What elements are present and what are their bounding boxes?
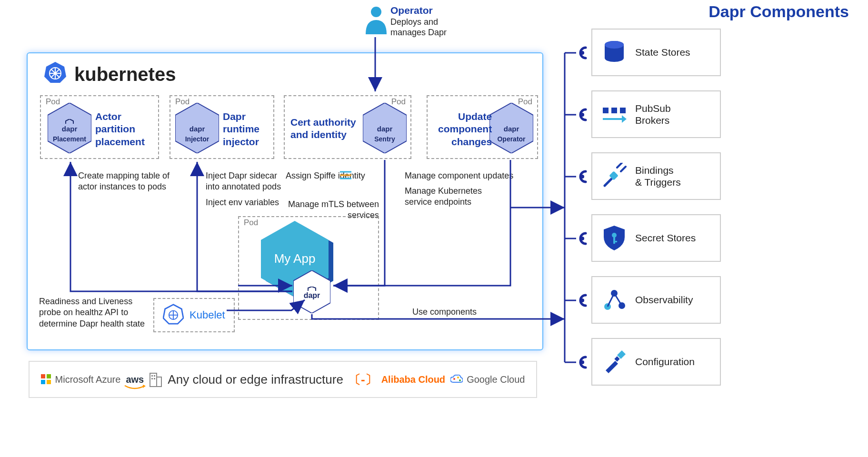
comp-observability-label: Observability [635, 294, 693, 306]
svg-point-51 [580, 298, 584, 302]
note-kubelet: Readiness and Liveness probe on healthz … [39, 296, 145, 329]
note-operator2: Manage Kubernetes service endpoints [405, 186, 482, 208]
operator-title: Operator [390, 5, 433, 16]
comp-secrets-label: Secret Stores [635, 232, 696, 244]
tools-icon [601, 348, 628, 375]
aws-logo: aws [126, 374, 144, 385]
note-usecomp: Use components [412, 307, 477, 318]
hex-placement: dapr Placement [48, 103, 91, 155]
alibaba-logo: 〔-〕 Alibaba Cloud [349, 371, 445, 388]
pod-injector-text: Dapr runtime injector [223, 110, 259, 148]
svg-point-50 [580, 237, 584, 240]
hex-sentry-sub: Sentry [363, 135, 407, 143]
hex-operator: dapr Operator [489, 103, 533, 155]
svg-rect-24 [47, 380, 51, 384]
connector-pubsub [575, 108, 589, 124]
kubernetes-title-text: kubernetes [74, 64, 176, 85]
svg-rect-21 [41, 374, 45, 378]
svg-rect-23 [41, 380, 45, 384]
kubelet-icon [163, 304, 184, 327]
hex-sentry-brand: dapr [363, 125, 407, 133]
plug-icon [601, 163, 628, 189]
gcp-label: Google Cloud [467, 374, 525, 385]
kubelet-label: Kubelet [190, 309, 225, 321]
svg-rect-22 [47, 374, 51, 378]
kubelet-box: Kubelet [153, 298, 235, 332]
pod-placement-text: Actor partition placement [95, 110, 145, 148]
connector-observ [575, 293, 589, 309]
operator-sub2: manages Dapr [390, 28, 447, 38]
observability-icon [601, 287, 628, 313]
comp-secrets: Secret Stores [591, 214, 721, 262]
pod-operator-text: Update component changes [438, 110, 492, 148]
comp-bindings: Bindings & Triggers [591, 152, 721, 200]
azure-logo: Microsoft Azure [41, 374, 121, 385]
svg-point-35 [605, 41, 624, 49]
svg-point-52 [580, 360, 584, 364]
connector-secrets [575, 231, 589, 248]
hex-injector: dapr Injector [175, 103, 219, 155]
svg-point-49 [580, 175, 584, 179]
comp-configuration-label: Configuration [635, 356, 695, 368]
footer-title: Any cloud or edge infrastructure [168, 372, 343, 387]
hex-operator-sub: Operator [489, 135, 533, 143]
comp-bindings-label: Bindings & Triggers [635, 164, 681, 188]
svg-point-33 [459, 379, 461, 381]
pubsub-icon [601, 101, 628, 128]
comp-state-stores-label: State Stores [635, 46, 690, 58]
svg-rect-29 [151, 378, 153, 379]
svg-point-40 [612, 233, 617, 238]
svg-point-32 [457, 377, 459, 378]
kubernetes-title: kubernetes [44, 61, 176, 88]
comp-configuration: Configuration [591, 338, 721, 386]
comp-pubsub: PubSub Brokers [591, 90, 721, 138]
database-icon [601, 39, 628, 66]
app-name: My App [254, 251, 335, 266]
svg-rect-38 [620, 108, 626, 113]
svg-rect-26 [157, 377, 161, 387]
svg-rect-28 [154, 375, 155, 377]
aws-label: aws [126, 374, 144, 385]
alibaba-label: Alibaba Cloud [381, 374, 445, 385]
connector-bindings [575, 169, 589, 186]
comp-state-stores: State Stores [591, 29, 721, 76]
connector-config [575, 355, 589, 371]
svg-rect-30 [154, 378, 155, 379]
sidecar-label: dapr [293, 291, 330, 300]
note-operator1: Manage component updates [405, 170, 513, 181]
azure-label: Microsoft Azure [55, 374, 121, 385]
svg-rect-27 [151, 375, 153, 377]
shield-key-icon [601, 225, 628, 251]
hex-sentry: dapr Sentry [363, 103, 407, 155]
components-title: Dapr Components [708, 2, 849, 21]
note-sentry1: Assign Spiffe identity [286, 170, 365, 181]
note-placement: Create mapping table of actor instances … [78, 170, 170, 193]
svg-point-47 [580, 51, 584, 55]
svg-rect-37 [611, 108, 617, 113]
hex-injector-sub: Injector [175, 135, 219, 143]
svg-rect-36 [603, 108, 609, 113]
svg-point-0 [371, 7, 381, 17]
comp-observability: Observability [591, 276, 721, 324]
operator-user-icon [366, 7, 387, 36]
svg-rect-46 [614, 356, 619, 361]
hex-injector-brand: dapr [175, 125, 219, 133]
note-injector2: Inject env variables [206, 197, 279, 208]
svg-rect-42 [613, 241, 617, 242]
note-injector1: Inject Dapr sidecar into annotated pods [206, 170, 281, 193]
svg-point-48 [580, 113, 584, 117]
comp-pubsub-label: PubSub Brokers [635, 102, 671, 126]
spiffe-icon [340, 170, 351, 182]
svg-point-31 [453, 378, 455, 380]
cloud-footer: Microsoft Azure aws Any cloud or edge in… [29, 361, 537, 398]
pod-sentry-text: Cert authority and identity [290, 116, 356, 141]
operator-sub1: Deploys and [390, 17, 438, 27]
svg-rect-41 [613, 237, 615, 244]
hex-placement-sub: Placement [48, 135, 91, 143]
hex-operator-brand: dapr [489, 125, 533, 133]
kubernetes-logo-icon [44, 61, 67, 88]
gcp-logo: Google Cloud [450, 374, 525, 385]
hex-placement-brand: dapr [48, 125, 91, 133]
svg-rect-25 [150, 373, 157, 387]
building-icon [149, 371, 162, 387]
